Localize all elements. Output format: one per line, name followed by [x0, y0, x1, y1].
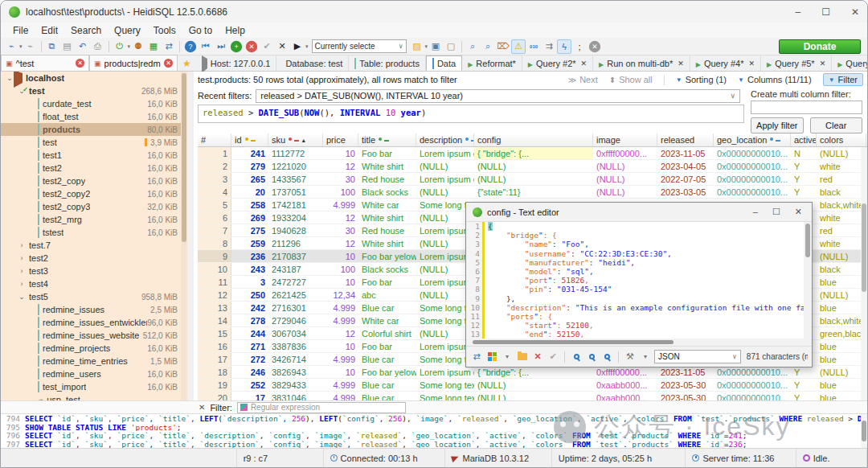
cell-colors[interactable]: red: [817, 173, 866, 185]
cell-price[interactable]: 10: [323, 366, 358, 378]
tree-item-redmine_users[interactable]: redmine_users16,0 KiB: [1, 367, 187, 380]
tree-item-curdate_test[interactable]: curdate_test16,0 KiB: [1, 97, 187, 110]
cell-released[interactable]: 2023-11-05: [657, 366, 714, 378]
last-row-icon[interactable]: ⏭: [214, 39, 228, 54]
table-row[interactable]: 1241111277210Foo barLorem ipsum d...{ "b…: [198, 147, 867, 160]
line-code[interactable]: "description": "This is an example confi…: [485, 303, 812, 312]
post-icon[interactable]: ✔: [260, 39, 274, 54]
tab-query-5-[interactable]: ▶Query #5*✕: [761, 55, 832, 71]
tab-database-test[interactable]: Database: test: [276, 55, 349, 71]
close-tab-icon[interactable]: ✕: [678, 60, 684, 68]
close-filter-icon[interactable]: ✕: [199, 403, 205, 412]
cell-sku[interactable]: 1221020: [268, 160, 323, 172]
tree-item-test5[interactable]: ⌄test5958,8 MiB: [1, 290, 187, 303]
cell-sku[interactable]: 2472727: [268, 276, 323, 288]
line-code[interactable]: "model": "sql",: [485, 267, 594, 276]
menu-query[interactable]: Query: [108, 24, 146, 37]
cell-sku[interactable]: 1433567: [268, 173, 323, 185]
cell-description[interactable]: (NULL): [416, 186, 474, 198]
expand-arrow-icon[interactable]: ›: [18, 254, 26, 262]
cell-image[interactable]: (NULL): [593, 186, 657, 198]
cell-sku[interactable]: 3067034: [268, 327, 323, 339]
tree-item-test3[interactable]: ›test3: [1, 265, 187, 277]
cell-price[interactable]: 4.999: [323, 353, 358, 365]
cell-description[interactable]: Lorem ipsum d...: [416, 173, 474, 185]
copy-icon[interactable]: ⧉: [45, 39, 59, 54]
donate-button[interactable]: Donate: [779, 39, 861, 54]
cell-config[interactable]: {"state":11}: [474, 186, 593, 198]
cell-title[interactable]: Black socks: [358, 263, 416, 275]
tree-item-redmine_time_entries[interactable]: redmine_time_entries1,5 MiB: [1, 355, 187, 367]
cell-id[interactable]: 20: [231, 186, 268, 198]
cell-price[interactable]: 10: [323, 276, 358, 288]
save-icon[interactable]: ▣: [428, 39, 443, 54]
cell-price[interactable]: 12,34: [323, 289, 358, 301]
find-replace-icon[interactable]: ⌕: [481, 39, 495, 54]
cell-active[interactable]: Y: [791, 379, 817, 391]
export-table-icon[interactable]: ▦: [146, 39, 161, 54]
expand-arrow-icon[interactable]: ›: [18, 241, 26, 249]
close-tab-icon[interactable]: ✕: [748, 60, 755, 68]
cell-price[interactable]: 12: [323, 237, 358, 249]
cell-sku[interactable]: 243187: [268, 263, 323, 275]
line-code[interactable]: },: [485, 294, 515, 303]
cell-description[interactable]: Some long text: [416, 392, 474, 400]
help-icon[interactable]: ?: [185, 40, 196, 51]
cell-id[interactable]: 3: [231, 276, 268, 288]
cell-title[interactable]: Blue car: [358, 392, 416, 400]
apply-filter-button[interactable]: Apply filter: [751, 117, 804, 133]
cell-sku[interactable]: 1940628: [268, 224, 323, 236]
cell-colors[interactable]: blue: [817, 379, 866, 391]
show-all-button[interactable]: ⬍Show all: [609, 75, 653, 84]
tree-item-test2_mrg[interactable]: test2_mrg16,0 KiB: [1, 213, 187, 226]
windows-logo-icon[interactable]: [485, 351, 498, 363]
recent-filters-select[interactable]: released > DATE_SUB(NOW(), INTERVAL 10 y…: [256, 89, 740, 103]
warning-icon[interactable]: ⚠: [511, 39, 526, 54]
tree-item-test.7[interactable]: ›test.7: [1, 239, 187, 252]
cell-sku[interactable]: 3426714: [268, 353, 323, 365]
cell-title[interactable]: Foo bar: [358, 276, 416, 288]
cell-id[interactable]: 243: [231, 263, 268, 275]
wrap-lines-icon[interactable]: ⇄: [470, 351, 483, 363]
line-code[interactable]: "username": "CC:22:3D:E3:CE:30",: [485, 249, 672, 258]
cell-id[interactable]: 259: [231, 237, 268, 249]
dropdown-arrow-icon[interactable]: ▾: [425, 43, 428, 50]
cell-title[interactable]: White shirt: [358, 237, 416, 249]
cell-id[interactable]: 252: [231, 379, 268, 391]
line-code[interactable]: "start": 52100,: [485, 321, 594, 330]
cell-sku[interactable]: 3826943: [268, 366, 323, 378]
cell-colors[interactable]: (NULL): [817, 366, 866, 378]
tree-item-redmine_issues[interactable]: redmine_issues2,5 MiB: [1, 303, 187, 316]
cell-geo_location[interactable]: 0x00000000010...: [714, 366, 791, 378]
cell-colors[interactable]: black,white: [817, 199, 866, 211]
cell-image[interactable]: 0xaabb000...: [593, 379, 657, 391]
tree-item-tstest[interactable]: tstest16,0 KiB: [1, 226, 187, 239]
cell-price[interactable]: 100: [323, 263, 358, 275]
cell-title[interactable]: Blue car: [358, 302, 416, 314]
tree-item-test[interactable]: ⌄test268,6 MiB: [1, 84, 187, 97]
cell-active[interactable]: Y: [791, 366, 817, 378]
tree-item-test2_copy3[interactable]: test2_copy332,0 KiB: [1, 200, 187, 213]
cell-id[interactable]: 278: [231, 314, 268, 326]
column-header-geo_location[interactable]: geo_location: [714, 133, 791, 146]
dialog-close-button[interactable]: ✕: [795, 207, 802, 217]
cell-sku[interactable]: 2716301: [268, 302, 323, 314]
cell-id[interactable]: 241: [231, 147, 268, 159]
zoom-in-icon[interactable]: [570, 351, 583, 363]
cell-title[interactable]: Red house: [358, 173, 416, 185]
tree-item-test_import[interactable]: test_import16,0 KiB: [1, 380, 187, 393]
table-row[interactable]: 3265143356730Red houseLorem ipsum d...(N…: [198, 173, 867, 186]
dialog-hscrollbar[interactable]: [466, 339, 812, 346]
cell-geo_location[interactable]: 0x00000000010...: [714, 173, 791, 185]
tab-reformat-[interactable]: ▶Reformat*: [462, 55, 522, 71]
line-code[interactable]: "port": 51826,: [485, 276, 589, 285]
folder-icon[interactable]: [516, 351, 529, 363]
cell-price[interactable]: 10: [323, 250, 358, 262]
column-header-title[interactable]: title: [358, 133, 416, 146]
cell-title[interactable]: Foo bar: [358, 147, 416, 159]
expand-arrow-icon[interactable]: ⌄: [18, 293, 26, 301]
cell-title[interactable]: Blue car: [358, 379, 416, 391]
tree-item-test[interactable]: test3,9 MiB: [1, 136, 187, 149]
tab-run-on-multi-db-[interactable]: ▶Run on multi-db*✕: [593, 55, 690, 71]
cell-sku[interactable]: 2621425: [268, 289, 323, 301]
